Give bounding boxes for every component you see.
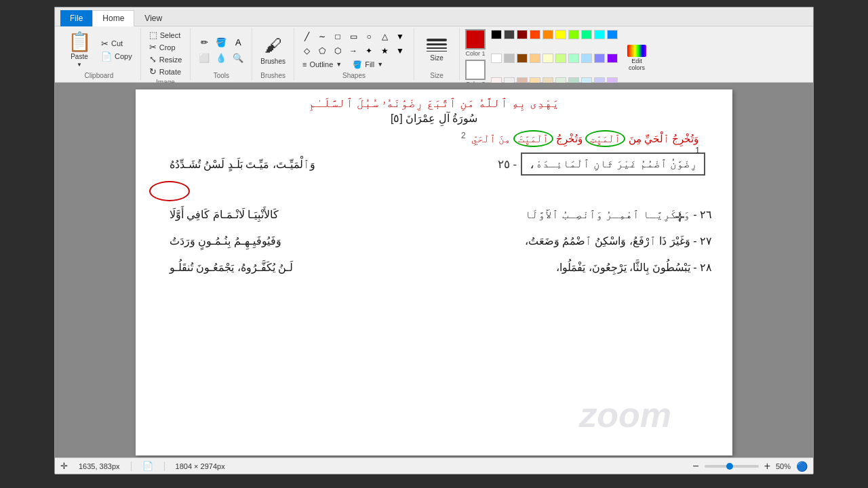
eyedropper-tool[interactable]: 💧 [213, 50, 229, 65]
size-group-label: Size [430, 72, 443, 79]
color-white[interactable] [491, 54, 502, 63]
star4-shape[interactable]: ✦ [362, 45, 376, 57]
brushes-label: Brushes [260, 72, 285, 79]
color-purple[interactable] [607, 54, 618, 63]
number-2: 2 [461, 131, 466, 140]
select-button[interactable]: ⬚ Select [146, 29, 185, 41]
brushes-button[interactable]: 🖌 Brushes [258, 34, 288, 66]
tab-file[interactable]: File [60, 10, 92, 26]
hex-shape[interactable]: ⬡ [331, 45, 344, 57]
paste-icon: 📋 [68, 33, 92, 52]
paste-button[interactable]: 📋 Paste ▼ [63, 31, 96, 69]
verse25-number: - ٢٥ [498, 157, 517, 171]
tab-view[interactable]: View [134, 9, 172, 26]
tools-content: ✏ 🪣 A ⬜ 💧 🔍 [196, 29, 246, 70]
color2-box[interactable] [465, 60, 486, 80]
brushes-group: 🖌 Brushes Brushes [252, 28, 294, 81]
edit-colors-button[interactable]: Edit colors [622, 43, 652, 73]
zoom-icon: 🔵 [796, 461, 808, 472]
round-rect-shape[interactable]: ▭ [347, 30, 360, 43]
outline-button[interactable]: ≡ Outline ▼ [300, 60, 344, 70]
colors-content: Color 1 Color 2 [465, 29, 652, 87]
fill-shape-button[interactable]: 🪣 Fill ▼ [350, 60, 386, 70]
color-orange-dark[interactable] [530, 30, 540, 39]
text-tool[interactable]: A [230, 35, 246, 49]
eraser-tool[interactable]: ⬜ [196, 50, 212, 65]
ribbon-tabs: File Home View [55, 7, 813, 26]
color-palette-row2 [491, 54, 619, 76]
color-sky[interactable] [581, 54, 592, 63]
zoom-slider[interactable] [705, 465, 759, 468]
circled-words-row: وَتُخْرِجُ ٱلْحَيِّ مِنَ ٱلْمَيِّتِ وَتُ… [149, 130, 719, 147]
shapes-dropdown[interactable]: ▼ [393, 30, 407, 43]
verse28-left-text: لَـنُ يُكَفَّـرُوهُ، يَجْمَعُـونَ تُنقَل… [156, 261, 556, 274]
cut-button[interactable]: ✂ Cut [98, 38, 135, 49]
verse27-left-text: وَفَيُوفَيِـهِـمُ بِنُـمُـونٍ وَرَدَتُ [156, 235, 525, 247]
copy-icon: 📄 [101, 52, 112, 62]
verse25-box: 1 رِضْوَٰنُ ٱضْمُمُ غَيْرَ ثَانِ ٱلْمَائ… [521, 152, 705, 176]
color-teal[interactable] [581, 30, 592, 39]
pencil-tool[interactable]: ✏ [196, 35, 212, 49]
color-lime[interactable] [555, 54, 566, 63]
size-button[interactable]: Size [420, 30, 454, 70]
shapes-grid: ╱ ∼ □ ▭ ○ △ ▼ ◇ ⬠ ⬡ → ✦ ★ [300, 30, 408, 58]
zoom-thumb[interactable] [726, 463, 733, 470]
curve-shape[interactable]: ∼ [315, 30, 329, 43]
color-blue-light[interactable] [607, 30, 618, 39]
tab-home[interactable]: Home [92, 10, 134, 26]
color-brown[interactable] [517, 54, 528, 63]
shapes-group: ╱ ∼ □ ▭ ○ △ ▼ ◇ ⬠ ⬡ → ✦ ★ [294, 28, 414, 81]
star5-shape[interactable]: ★ [378, 45, 391, 57]
tools-group: ✏ 🪣 A ⬜ 💧 🔍 Tools [191, 28, 252, 81]
crop-button[interactable]: ✂ Crop [146, 41, 185, 53]
color-palette-row1 [491, 30, 619, 52]
surah-title: سُورَةُ آلِ عِمْرَانَ [٥] [149, 112, 719, 125]
ribbon-content: 📋 Paste ▼ ✂ Cut 📄 Copy [55, 26, 813, 82]
copy-button[interactable]: 📄 Copy [98, 51, 135, 62]
size-group: Size Size [414, 28, 460, 81]
statusbar-right: − + 50% 🔵 [692, 460, 808, 472]
color-cream[interactable] [542, 54, 553, 63]
color-green-light[interactable] [568, 30, 579, 39]
red-oval-container [149, 181, 719, 201]
paint-window: File Home View 📋 Paste ▼ [54, 7, 814, 474]
arrow-shape[interactable]: → [347, 45, 360, 57]
shapes-more[interactable]: ▼ [393, 45, 407, 57]
box-number-1: 1 [695, 146, 700, 155]
verse28-right-text: ٢٨ - يَبْسُطُونَ بِالثَّا، يَرْجِعُونَ، … [556, 261, 712, 274]
zoom-in-button[interactable]: + [764, 460, 770, 472]
verse25-row: 1 رِضْوَٰنُ ٱضْمُمُ غَيْرَ ثَانِ ٱلْمَائ… [149, 152, 719, 176]
color-yellow[interactable] [555, 30, 566, 39]
paste-dropdown[interactable]: ▼ [77, 62, 82, 68]
circled-arabic: وَتُخْرِجُ ٱلْحَيِّ مِنَ ٱلْمَيِّتِ وَتُ… [469, 133, 698, 144]
ellipse-shape[interactable]: ○ [362, 30, 376, 43]
fill-tool[interactable]: 🪣 [213, 35, 229, 49]
magnifier-tool[interactable]: 🔍 [230, 50, 246, 65]
size-lines [427, 39, 447, 52]
diamond-shape[interactable]: ◇ [300, 45, 313, 57]
color-cyan[interactable] [594, 30, 605, 39]
color-mint[interactable] [568, 54, 579, 63]
rect-shape[interactable]: □ [331, 30, 344, 43]
zoom-out-button[interactable]: − [692, 460, 698, 472]
verse27-row: ٢٧ - وَغَيْرَ ذَا ٱرْفَعُ، وَاسْكِنُ ٱضْ… [149, 235, 719, 247]
canvas-area[interactable]: ✛ يَهْدِى بِهِ ٱللَّهُ مَنِ ٱتَّبَعَ رِض… [55, 83, 813, 458]
red-oval [149, 181, 190, 201]
color-dark-gray[interactable] [504, 30, 515, 39]
pentagon-shape[interactable]: ⬠ [315, 45, 329, 57]
color-lavender[interactable] [594, 54, 605, 63]
tri-shape[interactable]: △ [378, 30, 391, 43]
color-tan[interactable] [530, 54, 540, 63]
color1-box[interactable] [465, 29, 486, 49]
line-shape[interactable]: ╱ [300, 30, 313, 43]
coordinates: 1635, 383px [79, 462, 120, 470]
rotate-button[interactable]: ↻ Rotate [146, 66, 185, 77]
color-orange[interactable] [542, 30, 553, 39]
paint-canvas: ✛ يَهْدِى بِهِ ٱللَّهُ مَنِ ٱتَّبَعَ رِض… [136, 89, 732, 455]
color-red-dark[interactable] [517, 30, 528, 39]
color-light-gray[interactable] [504, 54, 515, 63]
select-icon: ⬚ [149, 30, 157, 40]
circle-word-2: ٱلْمَيِّتَ [513, 130, 553, 147]
resize-button[interactable]: ⤡ Resize [146, 54, 185, 65]
color-black[interactable] [491, 30, 502, 39]
